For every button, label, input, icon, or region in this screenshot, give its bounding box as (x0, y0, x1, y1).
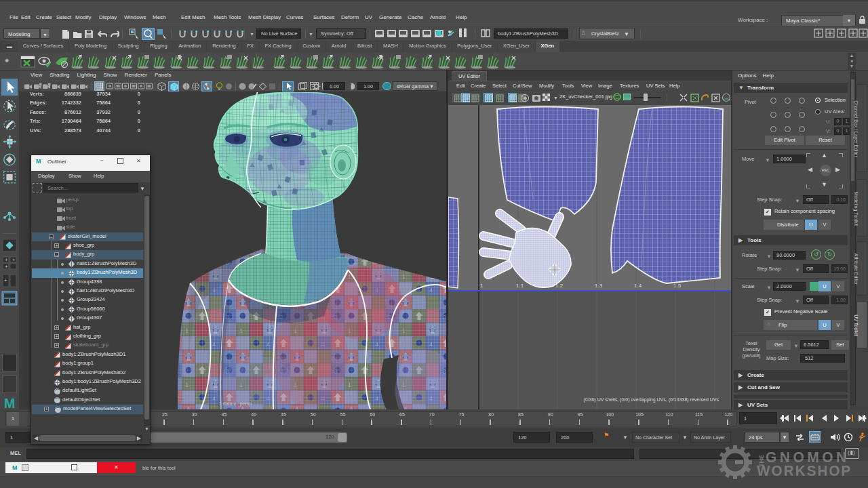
svg-text:psd: psd (724, 96, 730, 100)
svg-text:1.5: 1.5 (673, 283, 682, 289)
svg-text:1.3: 1.3 (595, 283, 603, 289)
svg-text:+: + (5, 264, 8, 270)
svg-text:+: + (12, 257, 16, 263)
svg-text:1.4: 1.4 (634, 283, 642, 289)
svg-text:+: + (5, 257, 8, 263)
svg-text:+: + (4, 277, 7, 283)
svg-text:WORKSHOP: WORKSHOP (757, 463, 852, 479)
svg-text:1: 1 (480, 283, 484, 289)
svg-text:1.1: 1.1 (516, 283, 524, 289)
